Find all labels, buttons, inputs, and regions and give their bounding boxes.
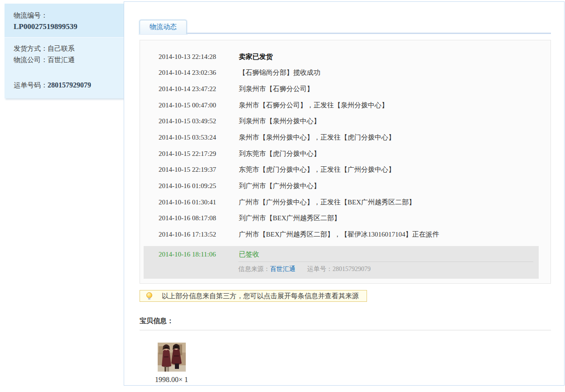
event-detail: 泉州市【泉州分拨中心】，正发往【虎门分拨中心】 <box>239 133 395 142</box>
event-time: 2014-10-14 23:47:22 <box>159 85 239 93</box>
shipping-method-row: 发货方式：自己联系 <box>14 43 115 54</box>
signed-waybill-label: 运单号： <box>307 266 333 272</box>
event-time: 2014-10-15 00:47:00 <box>159 102 239 109</box>
logistics-company-row: 物流公司：百世汇通 <box>14 54 115 66</box>
timeline-row[interactable]: 2014-10-16 17:13:52 广州市【BEX广州越秀区二部】，【翟伊冰… <box>140 230 551 239</box>
product-price-qty: 1998.00× 1 <box>155 376 188 384</box>
logistics-number-value: LP00027519899539 <box>14 21 115 33</box>
signed-event-line: 2014-10-16 18:11:06 已签收 <box>144 250 539 259</box>
waybill-label: 运单号码： <box>14 82 48 89</box>
timeline-row[interactable]: 2014-10-16 08:17:08 到广州市【BEX广州越秀区二部】 <box>140 214 551 223</box>
event-time: 2014-10-16 01:30:41 <box>159 198 239 206</box>
event-detail: 广州市【广州分拨中心】，正发往【BEX广州越秀区二部】 <box>239 198 415 207</box>
logistics-detail-panel: 物流动态 2014-10-13 22:14:28 卖家已发货 2014-10-1… <box>124 1 565 386</box>
event-detail: 到广州市【广州分拨中心】 <box>239 182 320 190</box>
signed-event-row[interactable]: 2014-10-16 18:11:06 已签收 信息来源：百世汇通运单号：280… <box>144 246 539 279</box>
event-time: 2014-10-15 03:53:24 <box>159 134 239 141</box>
timeline-row[interactable]: 2014-10-15 03:49:52 到泉州市【泉州分拨中心】 <box>140 117 551 126</box>
tracking-events-list: 2014-10-13 22:14:28 卖家已发货 2014-10-14 23:… <box>140 52 551 239</box>
product-section-title: 宝贝信息： <box>140 317 551 325</box>
timeline-row[interactable]: 2014-10-16 01:09:25 到广州市【广州分拨中心】 <box>140 182 551 191</box>
event-detail: 到广州市【BEX广州越秀区二部】 <box>239 214 341 223</box>
source-company-link[interactable]: 百世汇通 <box>270 266 295 272</box>
tab-logistics-updates[interactable]: 物流动态 <box>140 20 187 34</box>
timeline-row[interactable]: 2014-10-13 22:14:28 卖家已发货 <box>140 52 551 61</box>
event-detail: 广州市【BEX广州越秀区二部】，【翟伊冰13016017104】正在派件 <box>239 230 439 239</box>
event-time: 2014-10-15 22:17:29 <box>159 150 239 158</box>
event-time: 2014-10-16 08:17:08 <box>159 214 239 222</box>
logistics-company-value: 百世汇通 <box>48 56 75 63</box>
signed-event-time: 2014-10-16 18:11:06 <box>159 251 239 258</box>
product-image[interactable] <box>158 343 186 372</box>
event-time: 2014-10-16 01:09:25 <box>159 182 239 190</box>
event-detail: 泉州市【石狮分公司】，正发往【泉州分拨中心】 <box>239 101 388 110</box>
signed-divider <box>238 261 533 262</box>
event-detail: 【石狮锦尚分部】揽收成功 <box>239 68 320 77</box>
tab-underline <box>140 33 551 34</box>
signed-status-text: 已签收 <box>239 250 259 259</box>
timeline-row[interactable]: 2014-10-15 22:17:29 到东莞市【虎门分拨中心】 <box>140 149 551 158</box>
logistics-number-label: 物流编号： <box>14 10 115 21</box>
timeline-row[interactable]: 2014-10-15 00:47:00 泉州市【石狮分公司】，正发往【泉州分拨中… <box>140 101 551 110</box>
logistics-summary-sidebar: 物流编号： LP00027519899539 发货方式：自己联系 物流公司：百世… <box>5 4 124 98</box>
event-time: 2014-10-15 03:49:52 <box>159 117 239 125</box>
timeline-row[interactable]: 2014-10-15 22:19:37 东莞市【虎门分拨中心】，正发往【广州分拨… <box>140 165 551 174</box>
event-detail: 到东莞市【虎门分拨中心】 <box>239 150 320 158</box>
bulb-icon <box>146 292 152 300</box>
third-party-notice-bar: 以上部分信息来自第三方，您可以点击展开每条信息并查看其来源 <box>140 290 367 302</box>
shipping-method-value: 自己联系 <box>48 45 75 52</box>
event-detail: 到泉州市【泉州分拨中心】 <box>239 117 320 126</box>
event-detail: 东莞市【虎门分拨中心】，正发往【广州分拨中心】 <box>239 165 395 174</box>
event-detail: 到泉州市【石狮分公司】 <box>239 85 314 93</box>
signed-source-line: 信息来源：百世汇通运单号：280157929079 <box>238 265 539 273</box>
timeline-row[interactable]: 2014-10-16 01:30:41 广州市【广州分拨中心】，正发往【BEX广… <box>140 198 551 207</box>
shipping-info-block: 发货方式：自己联系 物流公司：百世汇通 运单号码：280157929079 <box>5 38 124 98</box>
event-time: 2014-10-14 23:02:36 <box>159 69 239 77</box>
tab-bar: 物流动态 <box>140 20 551 34</box>
waybill-row: 运单号码：280157929079 <box>14 79 115 91</box>
notice-text: 以上部分信息来自第三方，您可以点击展开每条信息并查看其来源 <box>162 292 359 300</box>
product-section-divider <box>140 330 551 330</box>
shipping-method-label: 发货方式： <box>14 45 48 52</box>
logistics-company-label: 物流公司： <box>14 56 48 63</box>
product-item: 1998.00× 1 <box>155 343 188 384</box>
timeline-row[interactable]: 2014-10-15 03:53:24 泉州市【泉州分拨中心】，正发往【虎门分拨… <box>140 133 551 142</box>
tracking-events-box: 2014-10-13 22:14:28 卖家已发货 2014-10-14 23:… <box>140 40 551 284</box>
waybill-value: 280157929079 <box>48 81 91 89</box>
signed-waybill-value: 280157929079 <box>333 266 371 272</box>
logistics-number-block: 物流编号： LP00027519899539 <box>5 4 124 38</box>
timeline-row[interactable]: 2014-10-14 23:47:22 到泉州市【石狮分公司】 <box>140 84 551 93</box>
source-label: 信息来源： <box>238 266 270 272</box>
event-time: 2014-10-15 22:19:37 <box>159 166 239 174</box>
event-time: 2014-10-16 17:13:52 <box>159 231 239 238</box>
event-detail: 卖家已发货 <box>239 53 273 61</box>
event-time: 2014-10-13 22:14:28 <box>159 53 239 61</box>
timeline-row[interactable]: 2014-10-14 23:02:36 【石狮锦尚分部】揽收成功 <box>140 68 551 77</box>
